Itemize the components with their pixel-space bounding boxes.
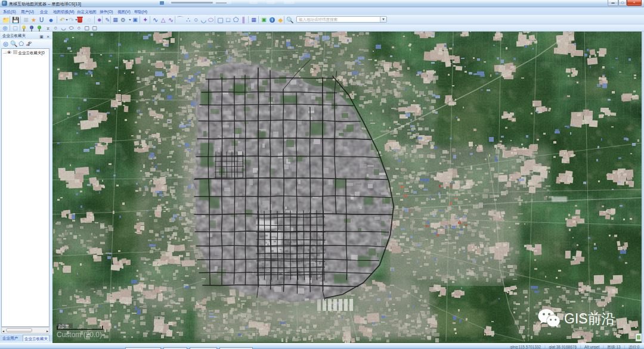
svg-text:2公里: 2公里	[58, 324, 69, 328]
svg-text:Custom (20.0): Custom (20.0)	[57, 331, 102, 339]
svg-text:GIS前沿: GIS前沿	[564, 311, 615, 326]
